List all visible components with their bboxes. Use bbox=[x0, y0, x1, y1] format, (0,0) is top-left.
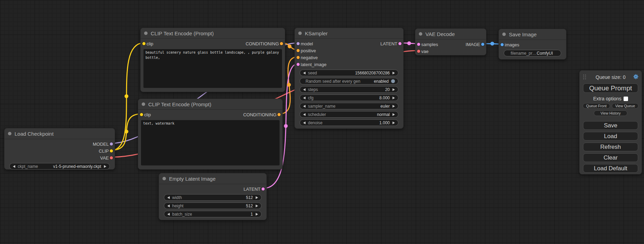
decrement-arrow-icon[interactable] bbox=[167, 213, 170, 216]
conditioning-output-dot[interactable] bbox=[280, 42, 283, 45]
node-title-bar[interactable]: VAE Decode bbox=[415, 29, 486, 39]
increment-arrow-icon[interactable] bbox=[392, 121, 395, 124]
slot-row[interactable]: samples IMAGE bbox=[415, 41, 486, 48]
increment-arrow-icon[interactable] bbox=[256, 196, 258, 199]
collapse-dot-icon[interactable] bbox=[142, 102, 145, 106]
extra-options-checkbox[interactable] bbox=[624, 97, 628, 101]
save-button[interactable]: Save bbox=[583, 121, 638, 130]
positive-input-dot[interactable] bbox=[297, 49, 300, 52]
increment-arrow-icon[interactable] bbox=[392, 72, 395, 74]
node-title-bar[interactable]: CLIP Text Encode (Prompt) bbox=[138, 99, 282, 110]
queue-prompt-button[interactable]: Queue Prompt bbox=[583, 83, 638, 93]
decrement-arrow-icon[interactable] bbox=[13, 165, 15, 168]
node-save-image[interactable]: Save Image images filename_prefix ComfyU… bbox=[499, 29, 566, 60]
vae-input-dot[interactable] bbox=[417, 50, 420, 53]
images-input-dot[interactable] bbox=[501, 43, 504, 46]
collapse-dot-icon[interactable] bbox=[162, 177, 166, 180]
collapse-dot-icon[interactable] bbox=[8, 132, 11, 135]
model-input-dot[interactable] bbox=[297, 42, 300, 45]
input-slot-images[interactable]: images bbox=[499, 41, 566, 48]
input-slot-latent-image[interactable]: latent_image bbox=[295, 61, 403, 68]
samples-input-dot[interactable] bbox=[417, 43, 420, 46]
slot-row[interactable]: model LATENT bbox=[295, 40, 403, 47]
load-button[interactable]: Load bbox=[583, 132, 638, 141]
decrement-arrow-icon[interactable] bbox=[303, 121, 306, 124]
filename-prefix-widget[interactable]: filename_prefix ComfyUI bbox=[504, 50, 561, 56]
output-slot-clip[interactable]: CLIP bbox=[5, 147, 115, 154]
increment-arrow-icon[interactable] bbox=[392, 113, 395, 116]
refresh-button[interactable]: Refresh bbox=[583, 143, 638, 151]
model-slot-dot[interactable] bbox=[110, 143, 113, 146]
decrement-arrow-icon[interactable] bbox=[303, 97, 306, 99]
collapse-dot-icon[interactable] bbox=[144, 31, 148, 35]
prompt-textarea[interactable]: text, watermark bbox=[141, 120, 280, 165]
node-title-bar[interactable]: CLIP Text Encode (Prompt) bbox=[141, 28, 285, 39]
ckpt-name-widget[interactable]: ckpt_name v1-5-pruned-emaonly.ckpt bbox=[9, 163, 110, 170]
negative-input-dot[interactable] bbox=[297, 56, 300, 59]
output-slot-vae[interactable]: VAE bbox=[5, 154, 115, 161]
clip-input-dot[interactable] bbox=[142, 42, 145, 45]
node-clip-text-encode-positive[interactable]: CLIP Text Encode (Prompt) clip CONDITION… bbox=[140, 28, 285, 92]
node-graph-canvas[interactable]: Load Checkpoint MODEL CLIP VAE ckpt_name… bbox=[0, 0, 644, 244]
collapse-dot-icon[interactable] bbox=[419, 32, 422, 36]
input-slot-negative[interactable]: negative bbox=[295, 54, 403, 61]
drag-handle-icon[interactable] bbox=[583, 74, 586, 80]
view-queue-button[interactable]: View Queue bbox=[612, 103, 638, 109]
increment-arrow-icon[interactable] bbox=[256, 213, 258, 216]
queue-panel[interactable]: Queue size: 0 Queue Prompt Extra options bbox=[579, 70, 642, 174]
node-title-bar[interactable]: Save Image bbox=[499, 29, 566, 40]
output-slot-latent[interactable]: LATENT bbox=[159, 186, 266, 192]
node-clip-text-encode-negative[interactable]: CLIP Text Encode (Prompt) clip CONDITION… bbox=[138, 99, 283, 170]
sampler-name-widget[interactable]: sampler_name euler bbox=[300, 103, 398, 109]
clear-button[interactable]: Clear bbox=[583, 153, 638, 162]
queue-front-button[interactable]: Queue Front bbox=[583, 103, 610, 109]
input-slot-vae[interactable]: vae bbox=[415, 48, 486, 55]
view-history-button[interactable]: View History bbox=[594, 110, 627, 116]
slot-row[interactable]: clip CONDITIONING bbox=[138, 111, 282, 118]
random-seed-toggle-widget[interactable]: Random seed after every gen enabled bbox=[300, 78, 398, 84]
collapse-dot-icon[interactable] bbox=[298, 31, 302, 35]
node-title-bar[interactable]: Load Checkpoint bbox=[5, 128, 115, 139]
decrement-arrow-icon[interactable] bbox=[303, 113, 306, 116]
decrement-arrow-icon[interactable] bbox=[303, 105, 306, 108]
collapse-dot-icon[interactable] bbox=[502, 33, 506, 36]
vae-slot-dot[interactable] bbox=[110, 156, 113, 160]
node-empty-latent-image[interactable]: Empty Latent Image LATENT width 512 heig… bbox=[159, 173, 267, 220]
node-title-bar[interactable]: Empty Latent Image bbox=[159, 173, 266, 184]
slot-row[interactable]: clip CONDITIONING bbox=[141, 40, 285, 47]
settings-gear-icon[interactable] bbox=[633, 74, 639, 81]
latent-image-input-dot[interactable] bbox=[297, 63, 300, 66]
load-default-button[interactable]: Load Default bbox=[583, 164, 638, 173]
decrement-arrow-icon[interactable] bbox=[303, 88, 306, 91]
latent-output-dot[interactable] bbox=[398, 42, 402, 45]
conditioning-output-dot[interactable] bbox=[277, 113, 281, 116]
node-ksampler[interactable]: KSampler model LATENT positive negative … bbox=[294, 28, 404, 129]
latent-output-dot[interactable] bbox=[262, 188, 265, 191]
steps-widget[interactable]: steps 20 bbox=[300, 86, 398, 93]
node-vae-decode[interactable]: VAE Decode samples IMAGE vae bbox=[415, 28, 486, 55]
clip-slot-dot[interactable] bbox=[110, 150, 113, 153]
seed-widget[interactable]: seed 156680208700286 bbox=[300, 70, 398, 76]
node-title-bar[interactable]: KSampler bbox=[295, 28, 403, 39]
increment-arrow-icon[interactable] bbox=[256, 205, 258, 207]
denoise-widget[interactable]: denoise 1.000 bbox=[300, 119, 398, 126]
batch-size-widget[interactable]: batch_size 1 bbox=[164, 211, 262, 217]
prompt-textarea[interactable]: beautiful scenery nature glass bottle la… bbox=[143, 49, 282, 88]
increment-arrow-icon[interactable] bbox=[392, 88, 395, 91]
height-widget[interactable]: height 512 bbox=[164, 202, 262, 209]
increment-arrow-icon[interactable] bbox=[392, 105, 395, 108]
cfg-widget[interactable]: cfg 8.000 bbox=[300, 94, 398, 101]
image-output-dot[interactable] bbox=[481, 43, 484, 46]
toggle-dot-icon[interactable] bbox=[391, 79, 395, 83]
width-widget[interactable]: width 512 bbox=[164, 194, 262, 201]
input-slot-positive[interactable]: positive bbox=[295, 47, 403, 54]
decrement-arrow-icon[interactable] bbox=[167, 205, 170, 207]
node-load-checkpoint[interactable]: Load Checkpoint MODEL CLIP VAE ckpt_name… bbox=[4, 128, 115, 170]
increment-arrow-icon[interactable] bbox=[104, 165, 106, 168]
decrement-arrow-icon[interactable] bbox=[167, 196, 170, 199]
output-slot-model[interactable]: MODEL bbox=[5, 141, 115, 147]
clip-input-dot[interactable] bbox=[140, 113, 143, 116]
increment-arrow-icon[interactable] bbox=[392, 97, 395, 99]
decrement-arrow-icon[interactable] bbox=[303, 72, 306, 74]
scheduler-widget[interactable]: scheduler normal bbox=[300, 111, 398, 118]
